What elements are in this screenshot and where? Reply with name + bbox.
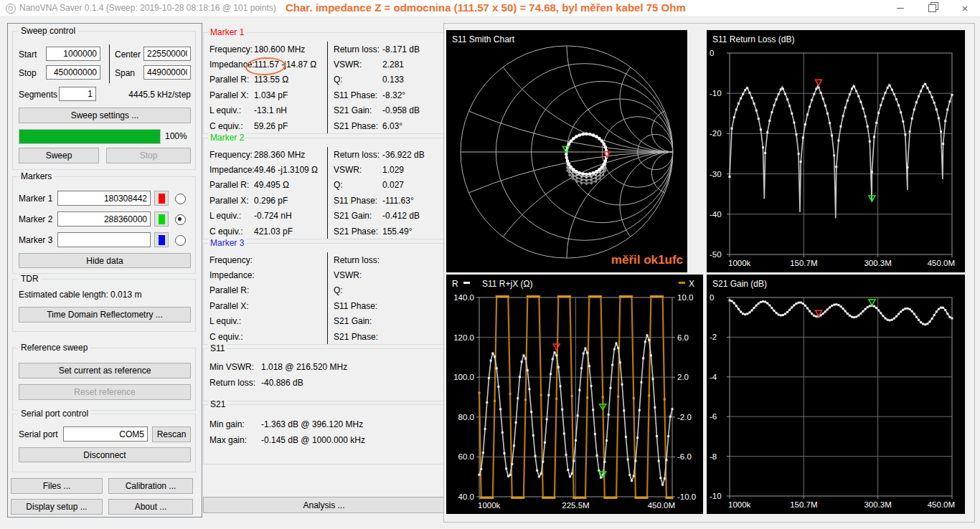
close-button[interactable]: × xyxy=(954,0,976,16)
span-input[interactable] xyxy=(143,65,191,80)
data-point xyxy=(650,354,652,356)
data-point xyxy=(600,166,604,169)
trace-smear-dot xyxy=(590,179,592,181)
marker3-label: Marker 3 xyxy=(19,235,52,245)
display-setup-button[interactable]: Display setup ... xyxy=(11,499,103,515)
minimize-button[interactable] xyxy=(890,0,911,16)
data-point xyxy=(654,295,656,297)
data-point xyxy=(570,140,573,143)
tdr-button[interactable]: Time Domain Reflectometry ... xyxy=(19,307,191,323)
trace-s11-return-loss xyxy=(730,83,952,218)
row-label: L equiv.: xyxy=(209,211,254,221)
data-point xyxy=(802,137,804,139)
data-point xyxy=(573,460,575,462)
reset-reference-button[interactable]: Reset reference xyxy=(19,384,191,400)
s11-r-plus-jx-chart[interactable]: RS11 R+jX (Ω)X140.0120.0100.080.060.040.… xyxy=(446,275,703,514)
stop-button[interactable]: Stop xyxy=(106,148,191,163)
calibration-button[interactable]: Calibration ... xyxy=(108,478,193,494)
data-point xyxy=(867,306,869,308)
set-reference-button[interactable]: Set current as reference xyxy=(19,363,191,378)
data-point xyxy=(561,409,563,411)
data-point xyxy=(929,91,931,93)
data-point xyxy=(600,140,604,143)
sweep-settings-button[interactable]: Sweep settings ... xyxy=(19,108,191,123)
data-point xyxy=(658,459,660,462)
data-point xyxy=(565,156,568,160)
data-point xyxy=(776,98,778,100)
marker3-input[interactable] xyxy=(57,232,151,247)
x-tick-label: 300.3M xyxy=(864,259,891,267)
data-point xyxy=(758,302,760,305)
data-point xyxy=(771,111,773,113)
data-point xyxy=(837,140,839,142)
segments-input[interactable] xyxy=(59,87,96,101)
marker3-radio[interactable] xyxy=(175,235,186,246)
data-point xyxy=(904,133,906,135)
data-point xyxy=(501,432,504,434)
marker-data-row: L equiv.: xyxy=(209,314,327,329)
data-point xyxy=(882,97,884,100)
span-label: Span xyxy=(115,68,135,78)
marker-panel-title: Marker 1 xyxy=(208,27,246,37)
data-point xyxy=(800,161,802,163)
data-point xyxy=(895,98,897,100)
data-point xyxy=(891,319,893,321)
sweep-button[interactable]: Sweep xyxy=(19,148,99,163)
marker-data-row: Parallel X: xyxy=(209,298,327,313)
stop-input[interactable] xyxy=(46,65,100,80)
s21-gain-chart[interactable]: S21 Gain (dB)0-2-4-6-8-101000k150.7M300.… xyxy=(707,275,965,514)
rescan-button[interactable]: Rescan xyxy=(152,426,191,442)
data-point xyxy=(521,497,523,499)
marker1-radio[interactable] xyxy=(175,194,186,204)
y-tick-label-right: -2.0 xyxy=(677,413,692,421)
y-tick-label-right: 10.0 xyxy=(677,293,693,302)
marker1-color-swatch[interactable] xyxy=(154,191,169,206)
marker2-color-swatch[interactable] xyxy=(154,211,169,227)
data-point xyxy=(729,176,731,178)
marker3-color-swatch[interactable] xyxy=(154,232,169,247)
marker1-input[interactable] xyxy=(57,191,151,206)
data-point xyxy=(796,302,798,305)
data-point xyxy=(621,295,623,297)
s11-smith-chart[interactable]: S11 Smith Chartměřil ok1ufc xyxy=(446,30,687,272)
data-point xyxy=(862,108,864,110)
row-label: Parallel R: xyxy=(209,180,254,190)
trace-smear-dot xyxy=(580,179,583,181)
data-point xyxy=(864,308,867,310)
data-point xyxy=(918,319,920,321)
start-input[interactable] xyxy=(46,47,100,61)
row-label: Return loss: xyxy=(334,150,382,160)
marker2-radio[interactable] xyxy=(175,214,186,225)
s21-summary-group: S21 Min gain:-1.363 dB @ 396.120 MHz Max… xyxy=(203,404,446,464)
data-point xyxy=(625,436,627,438)
data-point xyxy=(578,497,580,499)
data-point xyxy=(849,315,851,317)
data-point xyxy=(491,352,494,354)
y-tick-label: 0 xyxy=(710,49,714,57)
hide-data-button[interactable]: Hide data xyxy=(19,253,191,268)
data-point xyxy=(936,310,938,313)
data-point xyxy=(938,117,940,119)
marker2-input[interactable] xyxy=(57,211,151,227)
data-point xyxy=(522,497,524,499)
serial-port-input[interactable] xyxy=(63,426,148,442)
y-tick-label-right: -10.0 xyxy=(677,492,696,501)
smith-svg: S11 Smith Chartměřil ok1ufc xyxy=(446,30,687,272)
restore-button[interactable] xyxy=(921,0,943,16)
data-point xyxy=(648,339,650,341)
data-point xyxy=(731,300,733,302)
row-value: -0.145 dB @ 1000.000 kHz xyxy=(261,435,365,445)
files-button[interactable]: Files ... xyxy=(11,478,103,494)
data-point xyxy=(611,364,613,366)
data-point xyxy=(528,388,530,390)
about-button[interactable]: About ... xyxy=(108,499,193,515)
marker-data-row: L equiv.:-13.1 nH xyxy=(209,103,327,118)
data-point xyxy=(665,459,667,461)
data-point xyxy=(897,313,900,315)
center-input[interactable] xyxy=(143,47,191,61)
s11-return-loss-chart[interactable]: S11 Return Loss (dB)0-10-20-30-40-501000… xyxy=(707,30,965,272)
marker-data-row: S21 Gain: xyxy=(334,314,446,329)
data-point xyxy=(584,497,586,499)
analysis-button[interactable]: Analysis ... xyxy=(203,497,445,513)
disconnect-button[interactable]: Disconnect xyxy=(19,447,191,462)
